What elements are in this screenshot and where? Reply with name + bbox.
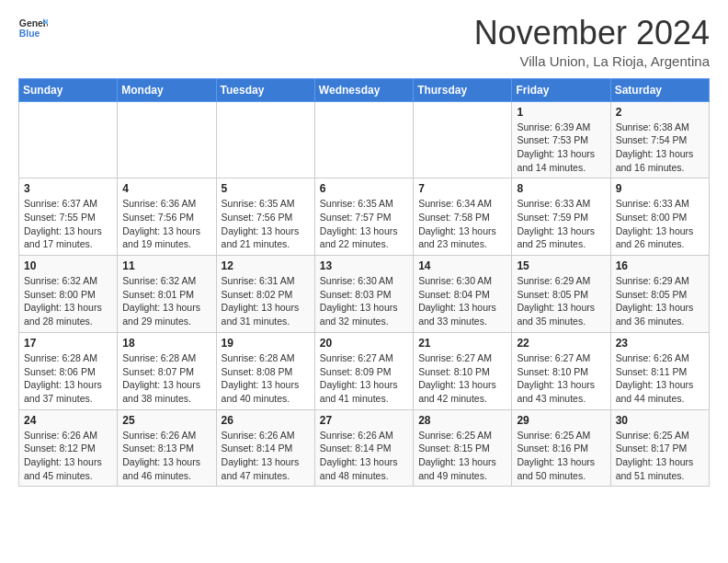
day-info: Sunrise: 6:28 AMSunset: 8:08 PMDaylight:… xyxy=(222,351,310,406)
table-row xyxy=(216,101,314,178)
table-row: 28Sunrise: 6:25 AMSunset: 8:15 PMDayligh… xyxy=(414,409,512,487)
table-row: 23Sunrise: 6:26 AMSunset: 8:11 PMDayligh… xyxy=(610,332,709,409)
day-info: Sunrise: 6:34 AMSunset: 7:58 PMDaylight:… xyxy=(418,197,506,251)
calendar-header-row: Sunday Monday Tuesday Wednesday Thursday… xyxy=(19,78,710,101)
table-row: 6Sunrise: 6:35 AMSunset: 7:57 PMDaylight… xyxy=(314,178,413,256)
header: General Blue General Blue November 2024 … xyxy=(18,15,710,69)
table-row: 29Sunrise: 6:25 AMSunset: 8:16 PMDayligh… xyxy=(512,409,610,487)
col-monday: Monday xyxy=(118,78,216,101)
day-number: 5 xyxy=(222,182,310,195)
table-row: 17Sunrise: 6:28 AMSunset: 8:06 PMDayligh… xyxy=(19,332,118,409)
day-number: 22 xyxy=(517,337,605,350)
day-info: Sunrise: 6:38 AMSunset: 7:54 PMDaylight:… xyxy=(616,121,704,175)
day-number: 1 xyxy=(517,106,605,119)
day-number: 9 xyxy=(616,182,704,195)
day-number: 17 xyxy=(24,337,112,350)
col-thursday: Thursday xyxy=(414,78,512,101)
day-number: 25 xyxy=(122,414,210,427)
day-info: Sunrise: 6:26 AMSunset: 8:14 PMDaylight:… xyxy=(222,429,310,483)
day-info: Sunrise: 6:35 AMSunset: 7:57 PMDaylight:… xyxy=(320,197,408,251)
table-row: 8Sunrise: 6:33 AMSunset: 7:59 PMDaylight… xyxy=(512,178,610,256)
day-info: Sunrise: 6:27 AMSunset: 8:10 PMDaylight:… xyxy=(418,351,506,406)
day-number: 27 xyxy=(320,414,408,427)
day-info: Sunrise: 6:29 AMSunset: 8:05 PMDaylight:… xyxy=(616,274,704,328)
calendar-week-row: 3Sunrise: 6:37 AMSunset: 7:55 PMDaylight… xyxy=(19,178,710,256)
table-row: 25Sunrise: 6:26 AMSunset: 8:13 PMDayligh… xyxy=(118,409,216,487)
day-info: Sunrise: 6:25 AMSunset: 8:15 PMDaylight:… xyxy=(418,429,506,483)
table-row: 26Sunrise: 6:26 AMSunset: 8:14 PMDayligh… xyxy=(216,409,314,487)
day-number: 21 xyxy=(418,337,506,350)
day-info: Sunrise: 6:36 AMSunset: 7:56 PMDaylight:… xyxy=(122,197,210,251)
col-tuesday: Tuesday xyxy=(216,78,314,101)
table-row: 19Sunrise: 6:28 AMSunset: 8:08 PMDayligh… xyxy=(216,332,314,409)
day-number: 12 xyxy=(222,259,310,272)
day-number: 16 xyxy=(616,259,704,272)
day-number: 4 xyxy=(122,182,210,195)
title-block: November 2024 Villa Union, La Rioja, Arg… xyxy=(474,15,710,69)
table-row: 14Sunrise: 6:30 AMSunset: 8:04 PMDayligh… xyxy=(414,256,512,333)
calendar-week-row: 1Sunrise: 6:39 AMSunset: 7:53 PMDaylight… xyxy=(19,101,710,178)
table-row: 7Sunrise: 6:34 AMSunset: 7:58 PMDaylight… xyxy=(414,178,512,256)
day-number: 6 xyxy=(320,182,408,195)
day-number: 19 xyxy=(222,337,310,350)
table-row: 4Sunrise: 6:36 AMSunset: 7:56 PMDaylight… xyxy=(118,178,216,256)
table-row: 16Sunrise: 6:29 AMSunset: 8:05 PMDayligh… xyxy=(610,256,709,333)
col-sunday: Sunday xyxy=(19,78,118,101)
table-row xyxy=(414,101,512,178)
table-row: 2Sunrise: 6:38 AMSunset: 7:54 PMDaylight… xyxy=(610,101,709,178)
day-info: Sunrise: 6:31 AMSunset: 8:02 PMDaylight:… xyxy=(222,274,310,328)
table-row: 27Sunrise: 6:26 AMSunset: 8:14 PMDayligh… xyxy=(314,409,413,487)
day-info: Sunrise: 6:26 AMSunset: 8:13 PMDaylight:… xyxy=(122,429,210,483)
day-info: Sunrise: 6:25 AMSunset: 8:17 PMDaylight:… xyxy=(616,429,704,483)
table-row: 22Sunrise: 6:27 AMSunset: 8:10 PMDayligh… xyxy=(512,332,610,409)
day-number: 28 xyxy=(418,414,506,427)
col-wednesday: Wednesday xyxy=(314,78,413,101)
table-row: 21Sunrise: 6:27 AMSunset: 8:10 PMDayligh… xyxy=(414,332,512,409)
day-info: Sunrise: 6:27 AMSunset: 8:10 PMDaylight:… xyxy=(517,351,605,406)
logo-icon: General Blue xyxy=(18,15,48,44)
calendar-week-row: 17Sunrise: 6:28 AMSunset: 8:06 PMDayligh… xyxy=(19,332,710,409)
table-row xyxy=(118,101,216,178)
day-number: 23 xyxy=(616,337,704,350)
day-info: Sunrise: 6:33 AMSunset: 8:00 PMDaylight:… xyxy=(616,197,704,251)
col-saturday: Saturday xyxy=(610,78,709,101)
day-info: Sunrise: 6:26 AMSunset: 8:14 PMDaylight:… xyxy=(320,429,408,483)
day-number: 15 xyxy=(517,259,605,272)
table-row: 13Sunrise: 6:30 AMSunset: 8:03 PMDayligh… xyxy=(314,256,413,333)
day-info: Sunrise: 6:32 AMSunset: 8:00 PMDaylight:… xyxy=(24,274,112,328)
calendar-week-row: 24Sunrise: 6:26 AMSunset: 8:12 PMDayligh… xyxy=(19,409,710,487)
day-info: Sunrise: 6:26 AMSunset: 8:12 PMDaylight:… xyxy=(24,429,112,483)
day-number: 10 xyxy=(24,259,112,272)
calendar-week-row: 10Sunrise: 6:32 AMSunset: 8:00 PMDayligh… xyxy=(19,256,710,333)
col-friday: Friday xyxy=(512,78,610,101)
day-info: Sunrise: 6:30 AMSunset: 8:03 PMDaylight:… xyxy=(320,274,408,328)
table-row: 9Sunrise: 6:33 AMSunset: 8:00 PMDaylight… xyxy=(610,178,709,256)
day-number: 3 xyxy=(24,182,112,195)
day-number: 7 xyxy=(418,182,506,195)
table-row: 12Sunrise: 6:31 AMSunset: 8:02 PMDayligh… xyxy=(216,256,314,333)
day-info: Sunrise: 6:37 AMSunset: 7:55 PMDaylight:… xyxy=(24,197,112,251)
location-subtitle: Villa Union, La Rioja, Argentina xyxy=(474,53,710,69)
day-number: 11 xyxy=(122,259,210,272)
page: General Blue General Blue November 2024 … xyxy=(0,0,728,505)
day-info: Sunrise: 6:25 AMSunset: 8:16 PMDaylight:… xyxy=(517,429,605,483)
day-info: Sunrise: 6:28 AMSunset: 8:07 PMDaylight:… xyxy=(122,351,210,406)
day-info: Sunrise: 6:28 AMSunset: 8:06 PMDaylight:… xyxy=(24,351,112,406)
day-info: Sunrise: 6:26 AMSunset: 8:11 PMDaylight:… xyxy=(616,351,704,406)
day-info: Sunrise: 6:29 AMSunset: 8:05 PMDaylight:… xyxy=(517,274,605,328)
table-row: 3Sunrise: 6:37 AMSunset: 7:55 PMDaylight… xyxy=(19,178,118,256)
month-title: November 2024 xyxy=(474,15,710,52)
day-number: 26 xyxy=(222,414,310,427)
table-row xyxy=(19,101,118,178)
day-number: 2 xyxy=(616,106,704,119)
day-number: 29 xyxy=(517,414,605,427)
svg-text:Blue: Blue xyxy=(19,29,40,39)
table-row xyxy=(314,101,413,178)
day-number: 14 xyxy=(418,259,506,272)
logo: General Blue General Blue xyxy=(18,15,48,44)
table-row: 24Sunrise: 6:26 AMSunset: 8:12 PMDayligh… xyxy=(19,409,118,487)
calendar-table: Sunday Monday Tuesday Wednesday Thursday… xyxy=(18,78,710,488)
table-row: 10Sunrise: 6:32 AMSunset: 8:00 PMDayligh… xyxy=(19,256,118,333)
day-info: Sunrise: 6:39 AMSunset: 7:53 PMDaylight:… xyxy=(517,121,605,175)
day-info: Sunrise: 6:35 AMSunset: 7:56 PMDaylight:… xyxy=(222,197,310,251)
